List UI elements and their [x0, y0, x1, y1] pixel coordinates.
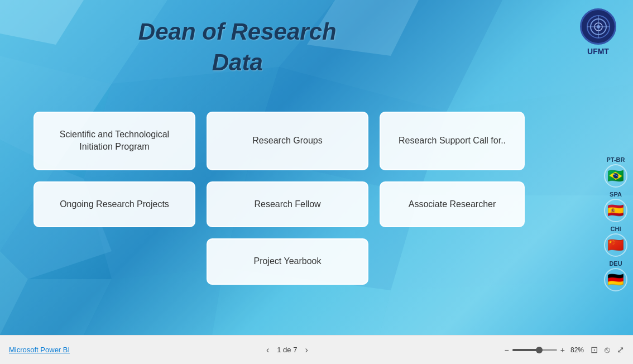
- powerbi-link[interactable]: Microsoft Power BI: [9, 346, 70, 354]
- right-controls: − + 82% ⊡ ⎋ ⤢: [505, 344, 624, 355]
- page-info: 1 de 7: [277, 346, 297, 354]
- zoom-slider-thumb: [536, 347, 543, 353]
- nav-btn-research-fellow[interactable]: Research Fellow: [207, 181, 368, 227]
- page-separator: de: [283, 346, 293, 354]
- lang-deu-label: DEU: [609, 260, 622, 267]
- zoom-slider-fill: [512, 349, 539, 351]
- nav-btn-research-support[interactable]: Research Support Call for..: [380, 112, 525, 170]
- zoom-minus[interactable]: −: [505, 346, 509, 355]
- prev-page-button[interactable]: ‹: [264, 343, 271, 357]
- lang-pt-br-label: PT-BR: [607, 156, 625, 163]
- zoom-area: − + 82%: [505, 346, 584, 355]
- language-panel: PT-BR 🇧🇷 SPA 🇪🇸 CHI 🇨🇳 DEU 🇩🇪: [604, 156, 627, 293]
- title-line1: Dean of Research: [138, 18, 337, 45]
- lang-chi-flag: 🇨🇳: [604, 233, 627, 257]
- logo-text: UFMT: [587, 47, 609, 56]
- page-current: 1: [277, 346, 281, 354]
- expand-icon[interactable]: ⤢: [617, 344, 624, 355]
- nav-btn-research-groups[interactable]: Research Groups: [207, 112, 368, 170]
- fullscreen-icon[interactable]: ⊡: [591, 344, 598, 355]
- bottom-bar: Microsoft Power BI ‹ 1 de 7 › − + 82% ⊡ …: [0, 335, 633, 364]
- nav-grid: Scientific and Technological Initiation …: [33, 112, 525, 285]
- pagination-area: ‹ 1 de 7 ›: [264, 343, 310, 357]
- next-page-button[interactable]: ›: [303, 343, 310, 357]
- main-title: Dean of Research Data: [0, 17, 475, 78]
- ufmt-logo-icon: [586, 15, 611, 39]
- zoom-plus[interactable]: +: [560, 346, 565, 355]
- main-content: Dean of Research Data UFMT Scientific an…: [0, 0, 633, 335]
- lang-deu[interactable]: DEU 🇩🇪: [604, 260, 627, 291]
- lang-spa-flag: 🇪🇸: [604, 199, 627, 222]
- nav-btn-ongoing-projects[interactable]: Ongoing Research Projects: [33, 181, 195, 227]
- lang-pt-br-flag: 🇧🇷: [604, 164, 627, 188]
- zoom-level: 82%: [570, 346, 584, 354]
- lang-chi-label: CHI: [611, 226, 621, 232]
- nav-btn-project-yearbook[interactable]: Project Yearbook: [207, 238, 368, 284]
- zoom-slider[interactable]: [512, 349, 557, 351]
- lang-pt-br[interactable]: PT-BR 🇧🇷: [604, 156, 627, 188]
- lang-deu-flag: 🇩🇪: [604, 268, 627, 291]
- page-total: 7: [293, 346, 297, 354]
- lang-chi[interactable]: CHI 🇨🇳: [604, 226, 627, 257]
- logo-circle: [580, 8, 616, 45]
- share-icon[interactable]: ⎋: [605, 345, 610, 355]
- nav-btn-scientific-init[interactable]: Scientific and Technological Initiation …: [33, 112, 195, 170]
- title-area: Dean of Research Data: [0, 17, 475, 78]
- lang-spa-label: SPA: [610, 191, 622, 198]
- lang-spa[interactable]: SPA 🇪🇸: [604, 191, 627, 222]
- title-line2: Data: [212, 49, 263, 75]
- nav-btn-associate-researcher[interactable]: Associate Researcher: [380, 181, 525, 227]
- logo-area: UFMT: [580, 8, 616, 56]
